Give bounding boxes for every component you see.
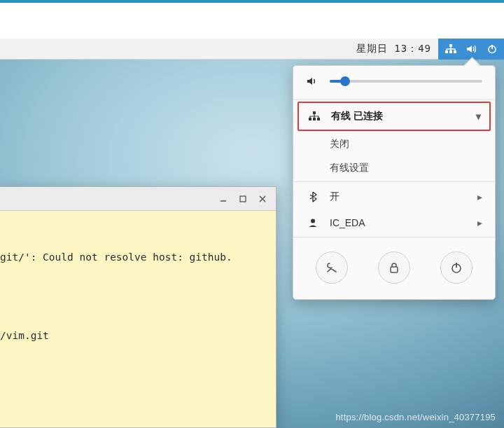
power-button[interactable] [440,251,472,284]
window-maximize-button[interactable] [234,191,252,207]
svg-rect-1 [445,50,448,53]
network-turn-off-item[interactable]: 关闭 [293,132,495,156]
svg-rect-8 [313,111,316,114]
svg-rect-0 [449,44,452,47]
chevron-right-icon: ▸ [477,217,482,228]
user-icon [306,218,320,228]
settings-button[interactable] [316,251,348,284]
menu-separator [293,99,495,100]
tools-icon [325,261,339,275]
menu-separator [293,237,495,237]
terminal-line: git/': Could not resolve host: github. [0,249,272,265]
volume-slider[interactable] [330,80,482,83]
system-actions-row [293,239,495,288]
menu-separator [293,181,495,182]
volume-icon [306,76,320,87]
network-label: 有线 已连接 [321,110,476,123]
lock-button[interactable] [378,251,410,284]
window-close-button[interactable] [253,191,272,207]
chevron-right-icon: ▸ [477,191,482,202]
svg-rect-3 [454,50,456,53]
user-menu-item[interactable]: IC_EDA ▸ [293,210,495,235]
svg-rect-10 [313,118,316,120]
bluetooth-label: 开 [320,191,477,203]
chevron-down-icon: ▾ [476,111,481,122]
outer-white-strip [0,0,504,39]
power-icon [487,44,497,54]
wired-network-icon [307,111,321,121]
power-icon [450,261,463,274]
annotation-highlight: 有线 已连接 ▾ [298,102,491,131]
network-settings-item[interactable]: 有线设置 [293,156,495,180]
svg-rect-2 [449,50,452,53]
bluetooth-icon [306,191,320,202]
svg-rect-7 [240,196,246,202]
system-menu-popup: 有线 已连接 ▾ 关闭 有线设置 开 ▸ IC_EDA ▸ [293,65,496,300]
svg-point-12 [311,219,315,223]
svg-rect-11 [317,118,320,120]
volume-row [293,66,495,98]
network-icon [445,44,456,54]
terminal-body[interactable]: git/': Could not resolve host: github. /… [0,211,276,427]
window-minimize-button[interactable] [214,191,232,207]
volume-icon [466,44,477,54]
network-menu-item[interactable]: 有线 已连接 ▾ [299,103,489,130]
terminal-titlebar [0,187,276,211]
bluetooth-menu-item[interactable]: 开 ▸ [293,184,495,210]
svg-rect-9 [309,118,312,120]
terminal-window: git/': Could not resolve host: github. /… [0,186,276,428]
desktop-background: 星期日 13：49 [0,39,504,428]
top-panel: 星期日 13：49 [0,39,504,60]
user-label: IC_EDA [320,217,477,228]
svg-rect-13 [391,267,398,272]
lock-icon [388,261,400,274]
panel-system-tray[interactable] [438,39,504,60]
watermark-text: https://blog.csdn.net/weixin_40377195 [335,412,496,422]
panel-clock[interactable]: 星期日 13：49 [349,43,438,55]
terminal-line: /vim.git [0,328,272,343]
